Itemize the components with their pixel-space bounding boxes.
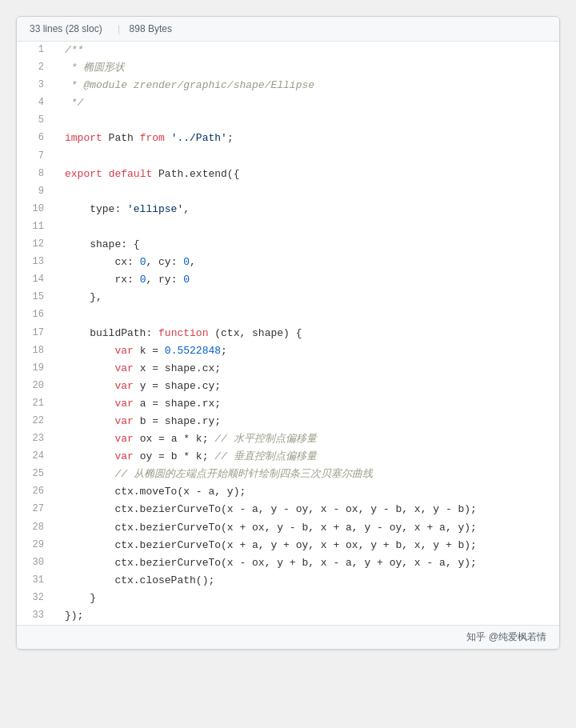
file-info-bar: 33 lines (28 sloc) | 898 Bytes — [17, 17, 559, 42]
table-row: 24 var oy = b * k; // 垂直控制点偏移量 — [17, 448, 559, 466]
code-line-content: var oy = b * k; // 垂直控制点偏移量 — [57, 448, 559, 466]
line-number: 28 — [17, 519, 57, 537]
code-line-content: var b = shape.ry; — [57, 413, 559, 430]
table-row: 10 type: 'ellipse', — [17, 201, 559, 218]
code-line-content: type: 'ellipse', — [57, 201, 559, 218]
line-number: 33 — [17, 607, 57, 625]
code-line-content: cx: 0, cy: 0, — [57, 254, 559, 271]
line-number: 4 — [17, 94, 57, 112]
table-row: 11 — [17, 218, 559, 236]
code-line-content: export default Path.extend({ — [57, 166, 559, 183]
table-row: 31 ctx.closePath(); — [17, 572, 559, 590]
table-row: 27 ctx.bezierCurveTo(x - a, y - oy, x - … — [17, 501, 559, 518]
line-number: 24 — [17, 448, 57, 466]
line-number: 8 — [17, 166, 57, 183]
line-number: 26 — [17, 483, 57, 501]
line-number: 19 — [17, 360, 57, 378]
table-row: 1/** — [17, 42, 559, 59]
line-number: 21 — [17, 395, 57, 413]
line-number: 18 — [17, 342, 57, 360]
code-line-content: ctx.moveTo(x - a, y); — [57, 483, 559, 501]
code-line-content: // 从椭圆的左端点开始顺时针绘制四条三次贝塞尔曲线 — [57, 466, 559, 483]
table-row: 29 ctx.bezierCurveTo(x + a, y + oy, x + … — [17, 537, 559, 554]
code-line-content — [57, 112, 559, 130]
code-line-content: rx: 0, ry: 0 — [57, 271, 559, 289]
code-line-content — [57, 148, 559, 166]
code-line-content: }); — [57, 607, 559, 625]
line-number: 23 — [17, 430, 57, 448]
table-row: 5 — [17, 112, 559, 130]
code-line-content: ctx.bezierCurveTo(x + ox, y - b, x + a, … — [57, 519, 559, 537]
line-number: 11 — [17, 218, 57, 236]
table-row: 26 ctx.moveTo(x - a, y); — [17, 483, 559, 501]
code-line-content: buildPath: function (ctx, shape) { — [57, 325, 559, 342]
line-number: 17 — [17, 325, 57, 342]
table-row: 22 var b = shape.ry; — [17, 413, 559, 430]
code-line-content: var x = shape.cx; — [57, 360, 559, 378]
code-line-content: ctx.bezierCurveTo(x - ox, y + b, x - a, … — [57, 554, 559, 572]
table-row: 20 var y = shape.cy; — [17, 378, 559, 395]
line-number: 15 — [17, 289, 57, 306]
code-body: 1/**2 * 椭圆形状3 * @module zrender/graphic/… — [17, 42, 559, 625]
line-number: 2 — [17, 59, 57, 77]
table-row: 6import Path from '../Path'; — [17, 130, 559, 147]
line-number: 7 — [17, 148, 57, 166]
table-row: 17 buildPath: function (ctx, shape) { — [17, 325, 559, 342]
line-number: 9 — [17, 183, 57, 201]
code-line-content: ctx.bezierCurveTo(x + a, y + oy, x + ox,… — [57, 537, 559, 554]
table-row: 14 rx: 0, ry: 0 — [17, 271, 559, 289]
code-line-content: /** — [57, 42, 559, 59]
table-row: 4 */ — [17, 94, 559, 112]
code-line-content: */ — [57, 94, 559, 112]
table-row: 9 — [17, 183, 559, 201]
table-row: 8export default Path.extend({ — [17, 166, 559, 183]
code-line-content: }, — [57, 289, 559, 306]
table-row: 28 ctx.bezierCurveTo(x + ox, y - b, x + … — [17, 519, 559, 537]
line-number: 25 — [17, 466, 57, 483]
line-number: 13 — [17, 254, 57, 271]
table-row: 15 }, — [17, 289, 559, 306]
line-number: 27 — [17, 501, 57, 518]
code-line-content: ctx.bezierCurveTo(x - a, y - oy, x - ox,… — [57, 501, 559, 518]
line-number: 22 — [17, 413, 57, 430]
line-number: 31 — [17, 572, 57, 590]
table-row: 33}); — [17, 607, 559, 625]
code-line-content: var y = shape.cy; — [57, 378, 559, 395]
line-number: 30 — [17, 554, 57, 572]
line-number: 29 — [17, 537, 57, 554]
line-number: 1 — [17, 42, 57, 59]
code-line-content: } — [57, 590, 559, 607]
line-number: 32 — [17, 590, 57, 607]
table-row: 13 cx: 0, cy: 0, — [17, 254, 559, 271]
table-row: 12 shape: { — [17, 236, 559, 254]
table-row: 23 var ox = a * k; // 水平控制点偏移量 — [17, 430, 559, 448]
table-row: 3 * @module zrender/graphic/shape/Ellips… — [17, 77, 559, 94]
line-number: 12 — [17, 236, 57, 254]
code-line-content: * @module zrender/graphic/shape/Ellipse — [57, 77, 559, 94]
code-viewer: 33 lines (28 sloc) | 898 Bytes 1/**2 * 椭… — [16, 16, 560, 650]
table-row: 16 — [17, 306, 559, 324]
line-number: 20 — [17, 378, 57, 395]
table-row: 7 — [17, 148, 559, 166]
code-line-content: import Path from '../Path'; — [57, 130, 559, 147]
line-number: 16 — [17, 306, 57, 324]
code-line-content — [57, 183, 559, 201]
code-line-content: shape: { — [57, 236, 559, 254]
code-line-content: var ox = a * k; // 水平控制点偏移量 — [57, 430, 559, 448]
line-number: 3 — [17, 77, 57, 94]
table-row: 30 ctx.bezierCurveTo(x - ox, y + b, x - … — [17, 554, 559, 572]
code-line-content — [57, 306, 559, 324]
table-row: 18 var k = 0.5522848; — [17, 342, 559, 360]
line-number: 10 — [17, 201, 57, 218]
code-line-content: ctx.closePath(); — [57, 572, 559, 590]
table-row: 21 var a = shape.rx; — [17, 395, 559, 413]
line-number: 14 — [17, 271, 57, 289]
watermark: 知乎 @纯爱枫若情 — [17, 625, 559, 649]
separator: | — [118, 23, 120, 34]
file-size: 898 Bytes — [130, 23, 172, 34]
table-row: 19 var x = shape.cx; — [17, 360, 559, 378]
code-line-content — [57, 218, 559, 236]
line-number: 5 — [17, 112, 57, 130]
line-count: 33 lines (28 sloc) — [30, 23, 102, 34]
code-line-content: var k = 0.5522848; — [57, 342, 559, 360]
